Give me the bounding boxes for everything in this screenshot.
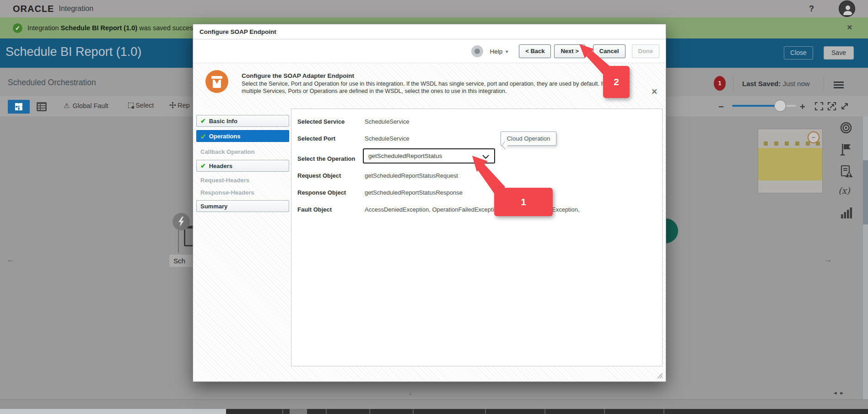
step-label: Headers (209, 163, 232, 169)
chevron-down-icon (482, 155, 489, 159)
last-saved-value: Just now (782, 80, 809, 87)
list-view-icon (36, 102, 47, 112)
field-label: Request Object (297, 172, 341, 179)
canvas-view-button[interactable] (8, 100, 30, 114)
select-marquee-icon (128, 103, 134, 108)
annotation-step-1: 1 (494, 188, 553, 216)
step-response-headers: Response-Headers (196, 187, 289, 198)
dialog-heading: Configure the SOAP Adapter Endpoint (242, 72, 354, 79)
reposition-label: Rep (178, 102, 190, 109)
operation-dropdown[interactable]: getScheduledReportStatus (363, 148, 495, 163)
chart-icon[interactable] (840, 207, 852, 219)
help-icon[interactable]: ? (809, 4, 814, 14)
step-label: Basic Info (209, 118, 237, 125)
cloud-operation-tooltip: Cloud Operation (501, 131, 556, 146)
zoom-out-button[interactable]: − (718, 102, 724, 112)
step-label: Operations (209, 133, 241, 140)
step-label: Summary (200, 203, 227, 210)
banner-integration-name: Schedule BI Report (1.0) (61, 24, 138, 32)
bottom-strip (0, 399, 868, 409)
flag-icon[interactable] (840, 143, 852, 156)
step-summary[interactable]: Summary (196, 200, 289, 212)
move-icon (169, 102, 176, 109)
banner-message: Integration Schedule BI Report (1.0) was… (27, 24, 210, 32)
field-label: Fault Object (297, 206, 332, 213)
banner-close-icon[interactable]: ✕ (846, 23, 852, 32)
check-icon (200, 117, 206, 125)
back-button[interactable]: < Back (519, 44, 551, 58)
step-callback-operation: Callback Operation (196, 146, 289, 157)
schedule-node-label: Sch (169, 255, 193, 267)
reposition-tool-button[interactable]: Rep (169, 102, 190, 109)
step-label: Response-Headers (200, 189, 254, 196)
minimap-collapse-button[interactable]: − (808, 131, 819, 143)
zoom-slider-handle[interactable] (774, 100, 786, 112)
step-headers[interactable]: Headers (196, 160, 289, 172)
annotation-step-2: 2 (603, 66, 630, 98)
step-request-headers: Request-Headers (196, 174, 289, 185)
warning-icon: ⚠ (64, 102, 70, 109)
page-title: Schedule BI Report (1.0) (5, 45, 141, 59)
dialog-close-icon[interactable]: ✕ (651, 87, 658, 97)
save-integration-button[interactable]: Save (824, 46, 854, 60)
select-tool-button[interactable]: Select (128, 102, 154, 109)
field-label: Selected Service (297, 118, 345, 125)
step-label: Request-Headers (200, 177, 249, 184)
select-label: Select (135, 102, 154, 109)
tooltip-label: Cloud Operation (507, 135, 550, 142)
operations-form: Selected Service ScheduleService Selecte… (291, 109, 663, 366)
scrollbar-thumb[interactable] (863, 160, 868, 224)
step-basic-info[interactable]: Basic Info (196, 115, 289, 127)
dialog-body: ✕ Configure the SOAP Adapter Endpoint Se… (193, 63, 666, 381)
hscroll-arrows[interactable]: ◂▸ (834, 389, 847, 396)
scroll-right-icon[interactable]: → (824, 255, 832, 265)
select-region-icon[interactable] (814, 102, 824, 111)
close-integration-button[interactable]: Close (784, 46, 813, 60)
global-fault-label: Global Fault (72, 102, 108, 109)
scroll-left-icon[interactable]: ← (6, 255, 15, 265)
metadata-view-button[interactable] (35, 100, 49, 113)
dialog-toolbar: Help ▼ < Back Next > Cancel Done (193, 40, 666, 63)
field-value: ScheduleService (365, 118, 410, 125)
minimap-band (758, 148, 822, 180)
field-value: getScheduledReportStatusResponse (365, 189, 463, 196)
app-header: ORACLE Integration ? (0, 0, 868, 17)
menu-icon[interactable] (834, 82, 844, 88)
dialog-description-line1: Select the Service, Port and Operation f… (242, 81, 604, 87)
step-label: Callback Operation (200, 148, 254, 155)
schedule-node[interactable] (173, 213, 190, 230)
dialog-status-icon (471, 45, 483, 57)
scroll-down-icon[interactable]: ↓ (409, 389, 412, 397)
error-count-badge[interactable]: 1 (714, 76, 726, 91)
zoom-fit-icon[interactable] (827, 102, 836, 111)
check-icon (200, 132, 206, 140)
banner-prefix: Integration (27, 24, 59, 32)
target-icon[interactable] (840, 122, 852, 134)
step-operations[interactable]: Operations (196, 130, 289, 142)
user-avatar[interactable] (839, 0, 855, 17)
cancel-button[interactable]: Cancel (593, 44, 625, 58)
soap-adapter-icon (205, 70, 228, 93)
product-name: Integration (59, 5, 93, 13)
oracle-integration-screen: ORACLE Integration ? ✓ Integration Sched… (0, 0, 868, 414)
global-fault-button[interactable]: ⚠Global Fault (64, 102, 108, 110)
oracle-logo: ORACLE (13, 4, 54, 14)
help-caret-icon[interactable]: ▼ (505, 49, 509, 54)
last-saved-label: Last Saved: (742, 80, 781, 87)
field-label: Selected Port (297, 135, 335, 142)
taskbar-strip (0, 409, 868, 414)
resize-grip[interactable] (657, 373, 663, 379)
puzzle-icon (14, 102, 23, 111)
dialog-title: Configure SOAP Endpoint (193, 24, 666, 39)
divider (733, 76, 733, 91)
zoom-slider-track-rest (786, 105, 796, 107)
next-button[interactable]: Next > (554, 44, 585, 58)
zoom-in-button[interactable]: + (800, 102, 805, 112)
help-menu[interactable]: Help (490, 48, 502, 55)
error-list-icon[interactable] (840, 165, 853, 178)
vertical-scrollbar[interactable] (863, 116, 868, 399)
expand-icon[interactable] (840, 102, 849, 111)
operation-dropdown-value: getScheduledReportStatus (368, 153, 442, 159)
variables-icon[interactable]: (x) (838, 185, 850, 196)
person-icon (841, 3, 854, 16)
